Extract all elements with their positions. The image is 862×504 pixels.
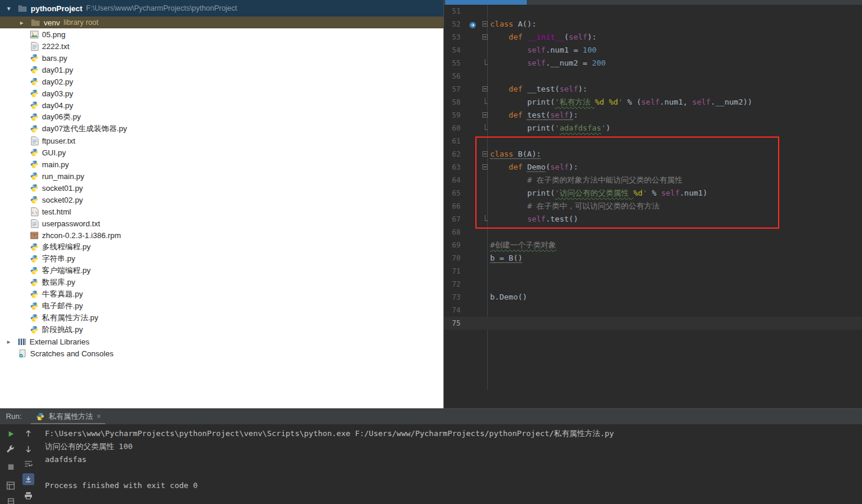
code-line[interactable]: 59 def test(self): — [444, 109, 862, 122]
chevron-right-icon[interactable]: ▸ — [20, 19, 27, 27]
file-name: 客户端编程.py — [42, 265, 90, 276]
restore-layout-button[interactable] — [5, 480, 17, 492]
venv-row[interactable]: ▸ venv library root — [0, 17, 443, 28]
code-line[interactable]: 52class A(): — [444, 18, 862, 31]
file-item[interactable]: 字符串.py — [0, 253, 443, 265]
file-item[interactable]: 私有属性方法.py — [0, 312, 443, 324]
fold-marker-icon[interactable] — [482, 151, 488, 157]
code-line[interactable]: 70b = B() — [444, 252, 862, 265]
code-line[interactable]: 51 — [444, 5, 862, 18]
print-button[interactable] — [22, 489, 34, 501]
file-item[interactable]: bars.py — [0, 52, 443, 64]
file-item[interactable]: ftpuser.txt — [0, 135, 443, 147]
fold-marker-icon[interactable] — [482, 86, 488, 92]
code-line[interactable]: 55 self.__num2 = 200 — [444, 57, 862, 70]
code-line[interactable]: 74 — [444, 304, 862, 317]
file-item[interactable]: zhcon-0.2.3-1.i386.rpm — [0, 229, 443, 241]
sidebar-item-scratches[interactable]: Scratches and Consoles — [0, 347, 443, 359]
editor-gutter: 56 — [444, 70, 490, 83]
file-name: socket01.py — [42, 184, 83, 193]
line-number: 54 — [445, 44, 461, 57]
code-line[interactable]: 63 def Demo(self): — [444, 161, 862, 174]
file-item[interactable]: day02.py — [0, 76, 443, 87]
file-item[interactable]: GUI.py — [0, 147, 443, 158]
fold-marker-icon[interactable] — [482, 34, 488, 40]
line-number: 62 — [445, 148, 461, 161]
settings-wrench-button[interactable] — [5, 443, 17, 455]
project-tree-panel: ▾ pythonProject F:\Users\www\PycharmProj… — [0, 0, 443, 408]
down-arrow-button[interactable] — [22, 443, 34, 455]
code-line[interactable]: 60 print('adafdsfas') — [444, 122, 862, 135]
project-root-row[interactable]: ▾ pythonProject F:\Users\www\PycharmProj… — [0, 0, 443, 17]
code-line[interactable]: 67 self.test() — [444, 213, 862, 226]
rerun-button[interactable] — [5, 428, 17, 440]
run-tab[interactable]: 私有属性方法 × — [31, 409, 105, 424]
editor-gutter: 68 — [444, 226, 490, 239]
file-item[interactable]: 多线程编程.py — [0, 241, 443, 253]
file-item[interactable]: socket01.py — [0, 182, 443, 194]
close-icon[interactable]: × — [96, 412, 101, 421]
code-text: def __test(self): — [490, 83, 862, 96]
file-item[interactable]: day03.py — [0, 87, 443, 99]
code-line[interactable]: 68 — [444, 226, 862, 239]
line-number: 66 — [445, 200, 461, 213]
code-line[interactable]: 58 print('私有方法 %d %d' % (self.num1, self… — [444, 96, 862, 109]
code-line[interactable]: 65 print('访问公有的父类属性 %d' % self.num1) — [444, 187, 862, 200]
fold-marker-icon[interactable] — [482, 21, 488, 27]
code-line[interactable]: 54 self.num1 = 100 — [444, 44, 862, 57]
code-area[interactable]: 5152class A():53 def __init__(self):54 s… — [444, 5, 862, 330]
chevron-down-icon[interactable]: ▾ — [7, 5, 14, 12]
stop-button[interactable] — [5, 461, 17, 473]
code-editor[interactable]: 5152class A():53 def __init__(self):54 s… — [443, 0, 862, 408]
code-line[interactable]: 56 — [444, 70, 862, 83]
code-line[interactable]: 75 — [444, 317, 862, 330]
editor-gutter: 59 — [444, 109, 490, 122]
fold-marker-icon[interactable] — [482, 164, 488, 170]
code-line[interactable]: 64 # 在子类的对象方法中能访问父类的公有属性 — [444, 174, 862, 187]
image-file-icon — [30, 30, 39, 39]
file-item[interactable]: day06类.py — [0, 111, 443, 123]
file-item[interactable]: day01.py — [0, 64, 443, 76]
code-line[interactable]: 66 # 在子类中，可以访问父类的公有方法 — [444, 200, 862, 213]
line-number: 73 — [445, 291, 461, 304]
editor-gutter: 73 — [444, 291, 490, 304]
editor-gutter: 51 — [444, 5, 490, 18]
chevron-right-icon[interactable]: ▸ — [7, 338, 14, 346]
file-item[interactable]: 电子邮件.py — [0, 300, 443, 312]
code-line[interactable]: 69#创建一个子类对象 — [444, 239, 862, 252]
file-item[interactable]: socket02.py — [0, 194, 443, 206]
code-line[interactable]: 71 — [444, 265, 862, 278]
file-item[interactable]: day04.py — [0, 99, 443, 111]
file-item[interactable]: userpassword.txt — [0, 217, 443, 229]
python-file-icon — [30, 89, 39, 98]
file-item[interactable]: 数据库.py — [0, 277, 443, 288]
code-text — [490, 226, 862, 239]
file-item[interactable]: 05.png — [0, 28, 443, 40]
soft-wrap-button[interactable] — [22, 458, 34, 470]
editor-gutter: 62 — [444, 148, 490, 161]
code-text: self.test() — [490, 213, 862, 226]
code-line[interactable]: 53 def __init__(self): — [444, 31, 862, 44]
code-line[interactable]: 73b.Demo() — [444, 291, 862, 304]
file-item[interactable]: test.html — [0, 206, 443, 217]
file-item[interactable]: run_main.py — [0, 170, 443, 182]
file-item[interactable]: 2222.txt — [0, 40, 443, 52]
file-item[interactable]: main.py — [0, 158, 443, 170]
code-line[interactable]: 57 def __test(self): — [444, 83, 862, 96]
clear-button[interactable] — [5, 495, 17, 504]
file-item[interactable]: 客户端编程.py — [0, 265, 443, 277]
console-line — [45, 466, 862, 479]
file-name: 多线程编程.py — [42, 242, 90, 252]
sidebar-item-external-libraries[interactable]: ▸ External Libraries — [0, 336, 443, 347]
up-arrow-button[interactable] — [22, 428, 34, 440]
code-line[interactable]: 61 — [444, 135, 862, 148]
file-item[interactable]: day07迭代生成装饰器.py — [0, 123, 443, 135]
console-output[interactable]: F:\Users\www\PycharmProjects\pythonProje… — [39, 424, 862, 504]
code-line[interactable]: 72 — [444, 278, 862, 291]
file-item[interactable]: 阶段挑战.py — [0, 324, 443, 336]
code-line[interactable]: 62class B(A): — [444, 148, 862, 161]
file-item[interactable]: 牛客真题.py — [0, 288, 443, 300]
fold-marker-icon[interactable] — [482, 112, 488, 118]
scroll-to-end-button[interactable] — [22, 473, 34, 485]
file-name: GUI.py — [42, 148, 66, 157]
